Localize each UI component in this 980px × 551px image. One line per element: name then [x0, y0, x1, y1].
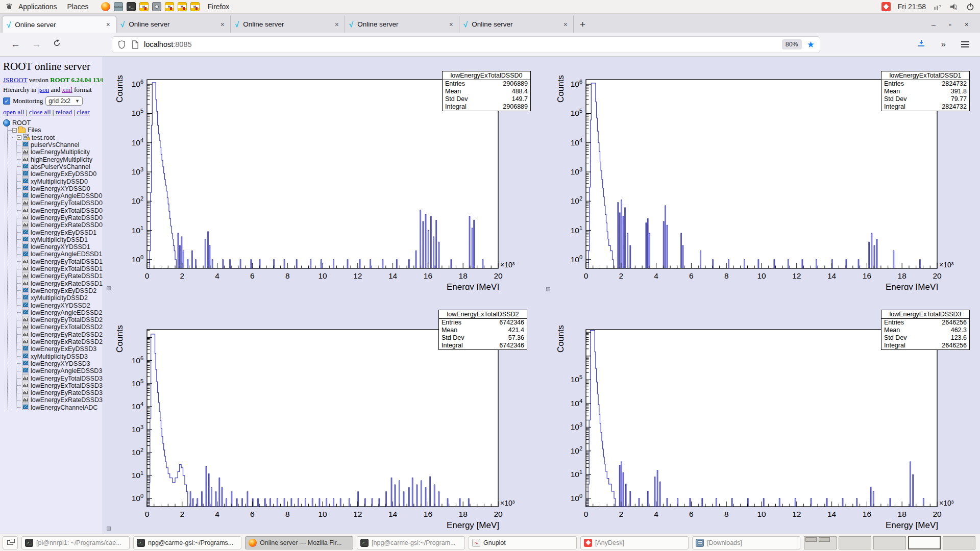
tree-item-lowEnergyExTotalDSSD3[interactable]: lowEnergyExTotalDSSD3 — [17, 382, 103, 389]
tree-item-xyMultiplicityDSSD0[interactable]: xyMultiplicityDSSD0 — [17, 178, 103, 185]
volume-muted-icon[interactable]: x — [949, 2, 959, 11]
tree-item-lowEnergyEyRateDSSD3[interactable]: lowEnergyEyRateDSSD3 — [17, 389, 103, 396]
plot-lowEnergyExTotalDSSD2[interactable]: 10010110210310410510602468101214161820×1… — [103, 290, 544, 534]
places-menu[interactable]: Places — [62, 3, 94, 11]
midas-launcher-icon[interactable]: M — [165, 2, 174, 11]
tree-item-lowEnergyExEyDSSD0[interactable]: lowEnergyExEyDSSD0 — [17, 170, 103, 178]
tree-item-lowEnergyExRateDSSD3[interactable]: lowEnergyExRateDSSD3 — [17, 396, 103, 404]
open-all-link[interactable]: open all — [3, 108, 24, 116]
tree-item-lowEnergyEyTotalDSSD2[interactable]: lowEnergyEyTotalDSSD2 — [17, 316, 103, 323]
tree-item-lowEnergyXYDSSD3[interactable]: lowEnergyXYDSSD3 — [17, 360, 103, 367]
page-zoom-badge[interactable]: 80% — [782, 39, 802, 49]
applications-menu[interactable]: Applications — [13, 3, 62, 11]
taskbar-button-downloads[interactable]: [Downloads] — [692, 536, 800, 549]
tab-close-icon[interactable]: × — [562, 20, 569, 29]
tree-item-lowEnergyAngleEDSSD2[interactable]: lowEnergyAngleEDSSD2 — [17, 309, 103, 316]
tree-item-lowEnergyEyTotalDSSD3[interactable]: lowEnergyEyTotalDSSD3 — [17, 374, 103, 382]
tree-item-lowEnergyEyTotalDSSD1[interactable]: lowEnergyEyTotalDSSD1 — [17, 258, 103, 265]
midas-launcher-icon[interactable]: M — [139, 2, 149, 11]
tree-item-lowEnergyEyRateDSSD2[interactable]: lowEnergyEyRateDSSD2 — [17, 331, 103, 338]
bookmark-star-icon[interactable]: ★ — [807, 39, 815, 50]
tree-item-lowEnergyExRateDSSD1[interactable]: lowEnergyExRateDSSD1 — [17, 280, 103, 287]
tree-item-xyMultiplicityDSSD2[interactable]: xyMultiplicityDSSD2 — [17, 294, 103, 302]
jsroot-link[interactable]: JSROOT — [3, 76, 27, 84]
tree-item-lowEnergyExTotalDSSD0[interactable]: lowEnergyExTotalDSSD0 — [17, 207, 103, 214]
plot-lowEnergyExTotalDSSD0[interactable]: 10010110210310410510602468101214161820×1… — [103, 57, 544, 290]
tree-item-lowEnergyAngleEDSSD0[interactable]: lowEnergyAngleEDSSD0 — [17, 192, 103, 199]
tree-item-highEnergyMultiplicity[interactable]: highEnergyMultiplicity — [17, 156, 103, 163]
grid-layout-select[interactable]: grid 2x2▼ — [45, 96, 83, 106]
collapse-icon[interactable]: − — [12, 128, 17, 133]
plot-lowEnergyExTotalDSSD1[interactable]: 10010110210310410510602468101214161820×1… — [544, 57, 980, 290]
power-icon[interactable] — [966, 2, 975, 11]
close-all-link[interactable]: close all — [29, 108, 51, 116]
tab-close-icon[interactable]: × — [219, 20, 226, 29]
url-bar[interactable]: localhost:8085 80% ★ — [112, 36, 820, 53]
tree-item-root[interactable]: ROOT — [3, 119, 103, 127]
tab-close-icon[interactable]: × — [448, 20, 455, 29]
reload-link[interactable]: reload — [56, 108, 72, 116]
tree-item-lowEnergyExEyDSSD2[interactable]: lowEnergyExEyDSSD2 — [17, 287, 103, 294]
tree-item-lowEnergyExTotalDSSD2[interactable]: lowEnergyExTotalDSSD2 — [17, 323, 103, 331]
screenshot-launcher-icon[interactable] — [152, 2, 161, 11]
tree-item-lowEnergyXYDSSD1[interactable]: lowEnergyXYDSSD1 — [17, 243, 103, 251]
midas-launcher-icon[interactable]: M — [190, 2, 200, 11]
tree-item-lowEnergyEyRateDSSD0[interactable]: lowEnergyEyRateDSSD0 — [17, 214, 103, 221]
toolbar-overflow-icon[interactable]: » — [936, 39, 951, 49]
shield-icon[interactable] — [117, 40, 126, 49]
new-tab-button[interactable]: + — [574, 19, 592, 30]
tree-item-files[interactable]: −Files — [8, 127, 103, 134]
tree-item-lowEnergyXYDSSD2[interactable]: lowEnergyXYDSSD2 — [17, 302, 103, 309]
tree-item-lowEnergyExEyDSSD1[interactable]: lowEnergyExEyDSSD1 — [17, 229, 103, 236]
tab-online-server-3[interactable]: √Online server× — [231, 16, 345, 33]
menu-icon[interactable] — [955, 40, 975, 49]
collapse-icon[interactable]: − — [17, 135, 21, 140]
midas-launcher-icon[interactable]: M — [178, 2, 187, 11]
tree-item-lowEnergyAngleEDSSD1[interactable]: lowEnergyAngleEDSSD1 — [17, 251, 103, 258]
terminal-launcher-icon[interactable]: >_ — [127, 2, 136, 11]
taskbar-button-firefox[interactable]: Online server — Mozilla Fir... — [245, 536, 353, 549]
taskbar-button-anydesk[interactable]: [AnyDesk] — [580, 536, 689, 549]
anydesk-tray-icon[interactable] — [881, 2, 891, 11]
tab-close-icon[interactable]: × — [105, 20, 112, 29]
tab-online-server-2[interactable]: √Online server× — [116, 16, 231, 33]
firefox-launcher-icon[interactable] — [101, 2, 110, 11]
tab-online-server-4[interactable]: √Online server× — [345, 16, 459, 33]
json-link[interactable]: json — [38, 86, 50, 93]
xml-link[interactable]: xml — [62, 86, 72, 93]
workspace-2[interactable] — [839, 536, 871, 549]
tree-item-lowEnergyXYDSSD0[interactable]: lowEnergyXYDSSD0 — [17, 185, 103, 192]
tree-item-absPulserVsChannel[interactable]: absPulserVsChannel — [17, 163, 103, 170]
tree-item-lowEnergyEyRateDSSD1[interactable]: lowEnergyEyRateDSSD1 — [17, 272, 103, 280]
tab-close-icon[interactable]: × — [333, 20, 340, 29]
back-button[interactable]: ← — [5, 39, 26, 50]
show-desktop-button[interactable] — [3, 536, 18, 549]
tree-item-lowEnergyExEyDSSD3[interactable]: lowEnergyExEyDSSD3 — [17, 345, 103, 353]
window-minimize-button[interactable]: – — [932, 20, 936, 29]
tree-item-xyMultiplicityDSSD3[interactable]: xyMultiplicityDSSD3 — [17, 353, 103, 360]
monitoring-checkbox[interactable]: ✓ — [3, 97, 10, 105]
window-maximize-button[interactable]: ▫ — [949, 20, 951, 29]
tree-item-lowEnergyMultiplicity[interactable]: lowEnergyMultiplicity — [17, 148, 103, 156]
resize-handle[interactable] — [107, 286, 111, 290]
window-close-button[interactable]: × — [965, 20, 969, 29]
tree-item-pulserVsChannel[interactable]: pulserVsChannel — [17, 141, 103, 148]
clock[interactable]: Fri 21:58 — [898, 3, 926, 11]
workspace-4[interactable] — [908, 536, 941, 549]
downloads-icon[interactable] — [911, 39, 932, 51]
tree-item-lowEnergyChannelADC[interactable]: lowEnergyChannelADC — [17, 404, 103, 411]
reload-button[interactable] — [47, 39, 67, 50]
network-icon[interactable]: ? — [933, 2, 942, 11]
tab-online-server-1[interactable]: √Online server× — [2, 16, 116, 33]
clear-link[interactable]: clear — [77, 108, 89, 116]
workspace-3[interactable] — [873, 536, 906, 549]
tab-online-server-5[interactable]: √Online server× — [459, 16, 574, 33]
tree-item-xyMultiplicityDSSD1[interactable]: xyMultiplicityDSSD1 — [17, 236, 103, 243]
taskbar-button-gnuplot[interactable]: ∿Gnuplot — [469, 536, 577, 549]
taskbar-button-terminal[interactable]: >_[npg@carme-gsi:~/Program... — [357, 536, 465, 549]
page-info-icon[interactable] — [131, 40, 139, 49]
plot-lowEnergyExTotalDSSD3[interactable]: 10010110210310410502468101214161820×10³E… — [544, 290, 980, 534]
resize-handle[interactable] — [107, 527, 111, 531]
files-app-launcher-icon[interactable] — [114, 2, 123, 11]
workspace-5[interactable] — [943, 536, 975, 549]
